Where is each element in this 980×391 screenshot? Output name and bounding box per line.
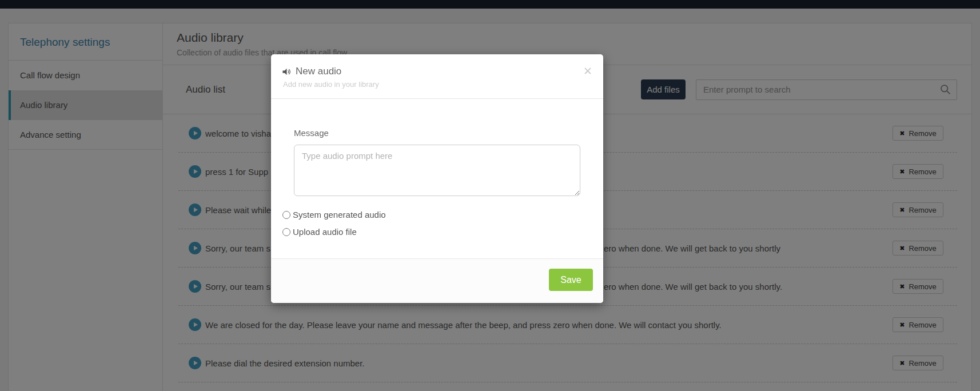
radio-system-generated-audio[interactable]: System generated audio [282, 210, 592, 220]
radio-upload-audio-file[interactable]: Upload audio file [282, 227, 592, 237]
modal-header: New audio Add new audio in your library … [271, 54, 603, 99]
modal-footer: Save [271, 258, 603, 303]
radio-label: Upload audio file [293, 227, 357, 237]
modal-body: Message [271, 128, 603, 196]
radio-button[interactable] [282, 228, 290, 236]
audio-type-options: System generated audio Upload audio file [271, 210, 603, 237]
radio-button[interactable] [282, 211, 290, 219]
audio-prompt-textarea[interactable] [294, 145, 580, 196]
modal-title: New audio [296, 66, 341, 77]
modal-title-row: New audio [282, 66, 589, 77]
modal-subtitle: Add new audio in your library [283, 80, 589, 89]
speaker-icon [282, 67, 292, 77]
save-button[interactable]: Save [549, 269, 593, 291]
new-audio-modal: New audio Add new audio in your library … [271, 54, 603, 303]
radio-label: System generated audio [293, 210, 386, 220]
message-label: Message [294, 128, 580, 138]
close-icon[interactable]: ✕ [583, 66, 592, 77]
